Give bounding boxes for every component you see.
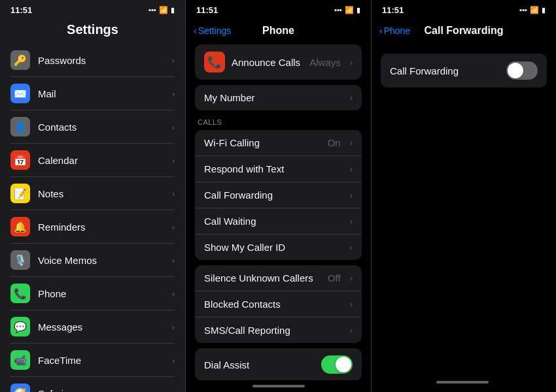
status-bar-1: 11:51 ▪▪▪ 📶 ▮ bbox=[0, 0, 185, 18]
status-icons-3: ▪▪▪ 📶 ▮ bbox=[519, 6, 546, 14]
call-forwarding-item[interactable]: Call Forwarding › bbox=[195, 182, 362, 208]
home-indicator-2 bbox=[186, 380, 371, 392]
announce-calls-item[interactable]: 📞 Announce Calls Always › bbox=[195, 44, 362, 80]
phone-chevron: › bbox=[172, 289, 175, 299]
voice-memos-icon: 🎙️ bbox=[10, 250, 30, 270]
time-2: 11:51 bbox=[196, 5, 218, 15]
phone-list: 📞 Announce Calls Always › My Number › CA… bbox=[186, 44, 371, 380]
battery-icon-2: ▮ bbox=[356, 6, 360, 14]
sms-reporting-item[interactable]: SMS/Call Reporting › bbox=[195, 318, 362, 343]
cf-toggle[interactable] bbox=[506, 61, 538, 80]
wifi-icon-1: 📶 bbox=[159, 6, 168, 14]
call-waiting-item[interactable]: Call Waiting › bbox=[195, 208, 362, 235]
settings-item-messages[interactable]: 💬 Messages › bbox=[10, 310, 175, 344]
battery-icon-3: ▮ bbox=[542, 6, 546, 14]
blocked-contacts-chevron: › bbox=[350, 299, 353, 309]
facetime-chevron: › bbox=[172, 355, 175, 365]
my-number-item[interactable]: My Number › bbox=[195, 85, 362, 110]
cf-back-button[interactable]: ‹ Phone bbox=[379, 25, 410, 36]
settings-header: Settings bbox=[0, 18, 185, 44]
wifi-calling-item[interactable]: Wi-Fi Calling On › bbox=[195, 130, 362, 156]
status-bar-2: 11:51 ▪▪▪ 📶 ▮ bbox=[186, 0, 371, 18]
status-icons-2: ▪▪▪ 📶 ▮ bbox=[334, 6, 360, 14]
phone-nav-title: Phone bbox=[262, 25, 294, 37]
wifi-calling-value: On bbox=[328, 137, 341, 148]
respond-text-chevron: › bbox=[350, 164, 353, 174]
dial-assist-item[interactable]: Dial Assist bbox=[195, 348, 362, 380]
wifi-icon-3: 📶 bbox=[530, 6, 539, 14]
dial-assist-group: Dial Assist bbox=[195, 348, 362, 380]
announce-calls-value: Always bbox=[309, 57, 341, 68]
call-forwarding-chevron: › bbox=[350, 190, 353, 200]
safari-label: Safari bbox=[38, 388, 164, 393]
settings-item-notes[interactable]: 📝 Notes › bbox=[10, 177, 175, 210]
messages-label: Messages bbox=[38, 321, 164, 333]
contacts-chevron: › bbox=[172, 122, 175, 132]
dial-assist-label: Dial Assist bbox=[204, 359, 315, 370]
back-label: Settings bbox=[198, 25, 232, 36]
wifi-icon-2: 📶 bbox=[345, 6, 354, 14]
home-bar-3 bbox=[436, 381, 489, 384]
show-caller-id-label: Show My Caller ID bbox=[204, 242, 343, 253]
settings-panel: 11:51 ▪▪▪ 📶 ▮ Settings 🔑 Passwords › ✉️ … bbox=[0, 0, 186, 392]
status-icons-1: ▪▪▪ 📶 ▮ bbox=[148, 6, 175, 14]
cf-toggle-item[interactable]: Call Forwarding bbox=[381, 54, 547, 88]
battery-icon-1: ▮ bbox=[171, 6, 175, 14]
silence-callers-item[interactable]: Silence Unknown Callers Off › bbox=[195, 265, 362, 291]
mail-chevron: › bbox=[172, 89, 175, 99]
home-indicator-3 bbox=[372, 376, 555, 388]
back-chevron-icon: ‹ bbox=[194, 25, 197, 36]
wifi-calling-label: Wi-Fi Calling bbox=[204, 137, 321, 148]
messages-icon: 💬 bbox=[10, 317, 30, 336]
silence-callers-value: Off bbox=[328, 272, 341, 284]
call-forwarding-label-p2: Call Forwarding bbox=[204, 189, 343, 201]
cf-back-chevron-icon: ‹ bbox=[379, 25, 383, 36]
show-caller-id-item[interactable]: Show My Caller ID › bbox=[195, 235, 362, 260]
my-number-label: My Number bbox=[204, 92, 343, 103]
settings-item-voice-memos[interactable]: 🎙️ Voice Memos › bbox=[10, 244, 175, 277]
settings-item-reminders[interactable]: 🔔 Reminders › bbox=[10, 210, 175, 244]
passwords-label: Passwords bbox=[38, 55, 164, 66]
mail-icon: ✉️ bbox=[10, 84, 30, 103]
calls-section: CALLS Wi-Fi Calling On › Respond with Te… bbox=[195, 116, 362, 260]
wifi-calling-chevron: › bbox=[350, 138, 353, 148]
settings-item-passwords[interactable]: 🔑 Passwords › bbox=[10, 44, 175, 77]
phone-back-button[interactable]: ‹ Settings bbox=[194, 25, 231, 36]
settings-item-safari[interactable]: 🧭 Safari › bbox=[10, 377, 175, 392]
call-forwarding-panel: 11:51 ▪▪▪ 📶 ▮ ‹ Phone Call Forwarding Ca… bbox=[372, 0, 556, 392]
announce-calls-chevron: › bbox=[350, 57, 353, 67]
notes-chevron: › bbox=[172, 189, 175, 199]
voice-memos-label: Voice Memos bbox=[38, 255, 164, 266]
blocked-contacts-item[interactable]: Blocked Contacts › bbox=[195, 291, 362, 318]
settings-item-calendar[interactable]: 📅 Calendar › bbox=[10, 144, 175, 177]
messages-chevron: › bbox=[172, 322, 175, 332]
calls-group: Wi-Fi Calling On › Respond with Text › C… bbox=[195, 130, 362, 260]
settings-item-contacts[interactable]: 👤 Contacts › bbox=[10, 110, 175, 144]
time-3: 11:51 bbox=[382, 5, 404, 15]
dial-assist-toggle[interactable] bbox=[321, 355, 353, 374]
respond-text-item[interactable]: Respond with Text › bbox=[195, 156, 362, 182]
my-number-chevron: › bbox=[350, 93, 353, 103]
sms-reporting-label: SMS/Call Reporting bbox=[204, 325, 343, 336]
announce-calls-label: Announce Calls bbox=[232, 57, 303, 68]
signal-icon-3: ▪▪▪ bbox=[519, 6, 527, 14]
silence-group: Silence Unknown Callers Off › Blocked Co… bbox=[195, 265, 362, 343]
notes-label: Notes bbox=[38, 188, 164, 199]
signal-icon-1: ▪▪▪ bbox=[148, 6, 156, 14]
settings-item-phone[interactable]: 📞 Phone › bbox=[10, 277, 175, 310]
calendar-chevron: › bbox=[172, 155, 175, 165]
cf-label: Call Forwarding bbox=[390, 65, 506, 76]
dial-assist-knob bbox=[336, 357, 351, 372]
settings-item-facetime[interactable]: 📹 FaceTime › bbox=[10, 344, 175, 377]
show-caller-id-chevron: › bbox=[350, 242, 353, 252]
cf-nav-title: Call Forwarding bbox=[425, 25, 504, 37]
cf-nav-bar: ‹ Phone Call Forwarding bbox=[372, 18, 556, 44]
safari-icon: 🧭 bbox=[10, 384, 30, 392]
time-1: 11:51 bbox=[10, 5, 32, 15]
settings-item-mail[interactable]: ✉️ Mail › bbox=[10, 77, 175, 110]
settings-title: Settings bbox=[10, 22, 175, 37]
cf-list: Call Forwarding bbox=[372, 44, 556, 97]
cf-back-label: Phone bbox=[384, 25, 410, 36]
facetime-label: FaceTime bbox=[38, 355, 164, 366]
sms-reporting-chevron: › bbox=[350, 325, 353, 335]
